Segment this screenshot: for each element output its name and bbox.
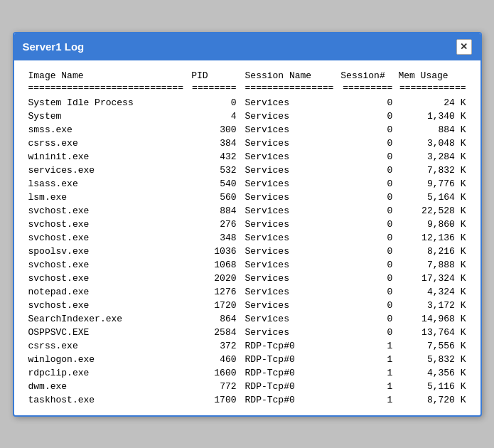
separator-row: ============================ ======== ==… [26, 82, 469, 96]
cell-mem-usage: 7,832 K [395, 164, 468, 177]
table-row: csrss.exe372RDP-Tcp#017,556 K [26, 339, 469, 353]
table-row: OSPPSVC.EXE2584Services013,764 K [26, 326, 469, 339]
table-row: wininit.exe432Services03,284 K [26, 150, 469, 164]
table-body: System Idle Process0Services024 KSystem4… [26, 96, 469, 407]
cell-mem-usage: 3,048 K [395, 137, 468, 150]
cell-mem-usage: 13,764 K [395, 326, 468, 339]
table-header-row: Image Name PID Session Name Session# Mem… [26, 69, 469, 82]
cell-image-name: taskhost.exe [26, 393, 189, 407]
cell-image-name: OSPPSVC.EXE [26, 326, 189, 339]
cell-session-name: Services [240, 231, 338, 245]
cell-session-name: Services [240, 312, 338, 326]
header-mem-usage: Mem Usage [395, 69, 468, 82]
cell-image-name: dwm.exe [26, 380, 189, 393]
table-row: svchost.exe2020Services017,324 K [26, 272, 469, 285]
sep-mem: ============ [395, 82, 468, 96]
table-row: spoolsv.exe1036Services08,216 K [26, 245, 469, 258]
table-row: lsm.exe560Services05,164 K [26, 191, 469, 204]
cell-mem-usage: 8,216 K [395, 245, 468, 258]
cell-pid: 772 [188, 380, 239, 393]
cell-session-name: RDP-Tcp#0 [240, 380, 338, 393]
cell-session-num: 0 [338, 96, 395, 110]
cell-session-name: Services [240, 150, 338, 164]
table-row: csrss.exe384Services03,048 K [26, 137, 469, 150]
sep-image: ============================ [26, 82, 189, 96]
cell-pid: 0 [188, 96, 239, 110]
cell-image-name: SearchIndexer.exe [26, 312, 189, 326]
cell-pid: 348 [188, 231, 239, 245]
table-row: smss.exe300Services0884 K [26, 123, 469, 137]
cell-image-name: lsm.exe [26, 191, 189, 204]
table-row: svchost.exe1720Services03,172 K [26, 299, 469, 312]
cell-session-name: Services [240, 272, 338, 285]
cell-mem-usage: 4,356 K [395, 366, 468, 380]
cell-pid: 884 [188, 204, 239, 218]
cell-pid: 384 [188, 137, 239, 150]
table-row: svchost.exe1068Services07,888 K [26, 258, 469, 272]
cell-session-num: 0 [338, 204, 395, 218]
window-title: Server1 Log [23, 41, 85, 53]
cell-pid: 460 [188, 353, 239, 366]
cell-session-num: 1 [338, 393, 395, 407]
cell-session-num: 0 [338, 110, 395, 123]
cell-session-name: RDP-Tcp#0 [240, 393, 338, 407]
cell-image-name: wininit.exe [26, 150, 189, 164]
cell-session-num: 0 [338, 137, 395, 150]
cell-mem-usage: 14,968 K [395, 312, 468, 326]
table-row: System4Services01,340 K [26, 110, 469, 123]
cell-pid: 532 [188, 164, 239, 177]
cell-pid: 276 [188, 218, 239, 231]
cell-session-num: 0 [338, 231, 395, 245]
cell-mem-usage: 7,556 K [395, 339, 468, 353]
cell-pid: 2584 [188, 326, 239, 339]
cell-mem-usage: 5,832 K [395, 353, 468, 366]
cell-session-name: Services [240, 123, 338, 137]
cell-image-name: csrss.exe [26, 339, 189, 353]
table-row: services.exe532Services07,832 K [26, 164, 469, 177]
cell-session-name: Services [240, 285, 338, 299]
cell-pid: 864 [188, 312, 239, 326]
cell-session-name: RDP-Tcp#0 [240, 366, 338, 380]
cell-session-num: 0 [338, 312, 395, 326]
cell-pid: 4 [188, 110, 239, 123]
close-button[interactable]: ✕ [456, 39, 472, 55]
cell-image-name: lsass.exe [26, 177, 189, 191]
cell-pid: 1276 [188, 285, 239, 299]
cell-session-name: Services [240, 96, 338, 110]
table-row: rdpclip.exe1600RDP-Tcp#014,356 K [26, 366, 469, 380]
cell-pid: 1036 [188, 245, 239, 258]
cell-session-num: 0 [338, 150, 395, 164]
main-window: Server1 Log ✕ Image Name PID Session Nam… [13, 32, 482, 417]
cell-mem-usage: 884 K [395, 123, 468, 137]
cell-image-name: svchost.exe [26, 272, 189, 285]
cell-pid: 372 [188, 339, 239, 353]
cell-mem-usage: 9,860 K [395, 218, 468, 231]
cell-session-num: 1 [338, 339, 395, 353]
table-row: svchost.exe276Services09,860 K [26, 218, 469, 231]
cell-session-name: Services [240, 191, 338, 204]
table-row: winlogon.exe460RDP-Tcp#015,832 K [26, 353, 469, 366]
cell-image-name: svchost.exe [26, 218, 189, 231]
cell-pid: 432 [188, 150, 239, 164]
table-row: svchost.exe884Services022,528 K [26, 204, 469, 218]
cell-session-num: 1 [338, 353, 395, 366]
cell-image-name: notepad.exe [26, 285, 189, 299]
cell-pid: 1600 [188, 366, 239, 380]
cell-image-name: System [26, 110, 189, 123]
table-row: SearchIndexer.exe864Services014,968 K [26, 312, 469, 326]
cell-image-name: rdpclip.exe [26, 366, 189, 380]
cell-mem-usage: 9,776 K [395, 177, 468, 191]
cell-mem-usage: 3,172 K [395, 299, 468, 312]
cell-session-num: 0 [338, 272, 395, 285]
process-table: Image Name PID Session Name Session# Mem… [26, 69, 469, 407]
table-row: taskhost.exe1700RDP-Tcp#018,720 K [26, 393, 469, 407]
table-row: dwm.exe772RDP-Tcp#015,116 K [26, 380, 469, 393]
cell-mem-usage: 4,324 K [395, 285, 468, 299]
sep-session-num: ========= [338, 82, 395, 96]
cell-session-name: Services [240, 204, 338, 218]
cell-session-num: 0 [338, 164, 395, 177]
cell-session-name: RDP-Tcp#0 [240, 353, 338, 366]
cell-mem-usage: 3,284 K [395, 150, 468, 164]
sep-session-name: ================ [240, 82, 338, 96]
cell-session-name: Services [240, 164, 338, 177]
